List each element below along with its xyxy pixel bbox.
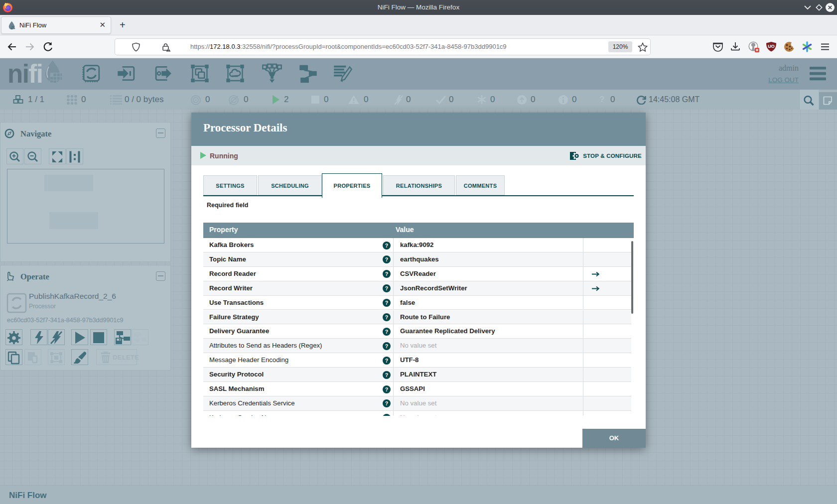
svg-text:UO: UO bbox=[768, 44, 775, 49]
